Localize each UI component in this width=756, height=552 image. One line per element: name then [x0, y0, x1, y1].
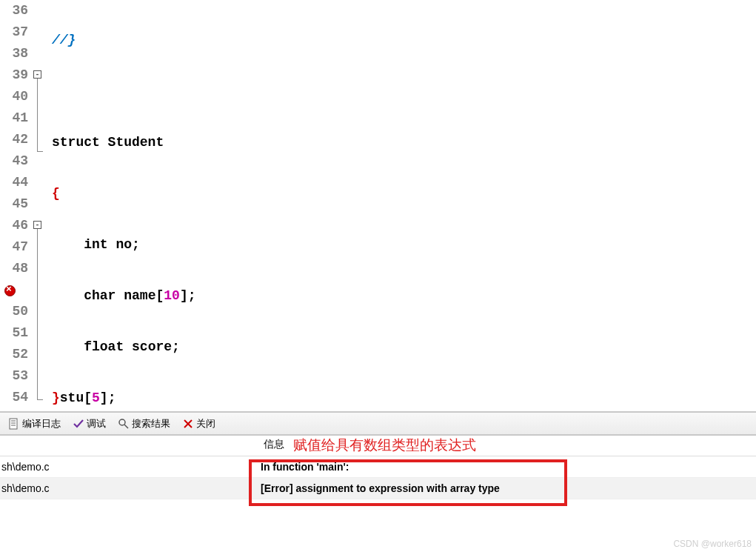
code-editor[interactable]: 36 37 38 39 40 41 42 43 44 45 46 47 48 4… — [0, 0, 756, 411]
search-results-tab[interactable]: 搜索结果 — [113, 415, 175, 433]
line-number: 47 — [0, 236, 31, 258]
line-number: 51 — [0, 322, 31, 344]
output-panel: 信息 赋值给具有数组类型的表达式 sh\demo.c In function '… — [0, 436, 756, 499]
output-file-path: sh\demo.c — [0, 461, 259, 473]
compile-log-tab[interactable]: 编译日志 — [3, 415, 66, 433]
line-number: 53 — [0, 365, 31, 387]
tab-label: 调试 — [87, 417, 106, 430]
annotation-text: 赋值给具有数组类型的表达式 — [289, 436, 481, 456]
watermark-text: CSDN @worker618 — [673, 539, 752, 549]
line-number: 45 — [0, 193, 31, 215]
bottom-tab-bar: 编译日志 调试 搜索结果 关闭 — [0, 411, 756, 436]
svg-rect-0 — [10, 419, 17, 429]
fold-column[interactable]: - - — [31, 0, 50, 411]
tab-label: 编译日志 — [22, 417, 61, 430]
line-number-gutter: 36 37 38 39 40 41 42 43 44 45 46 47 48 4… — [0, 0, 31, 411]
fold-toggle-icon[interactable]: - — [33, 70, 41, 79]
tab-label: 搜索结果 — [132, 417, 170, 430]
output-file-path: sh\demo.c — [0, 482, 259, 494]
document-icon — [8, 418, 20, 430]
output-message: [Error] assignment to expression with ar… — [259, 482, 500, 494]
svg-point-1 — [119, 419, 125, 425]
line-number: 52 — [0, 344, 31, 365]
line-number: 44 — [0, 172, 31, 193]
line-number: 41 — [0, 107, 31, 129]
compiler-output-row[interactable]: sh\demo.c [Error] assignment to expressi… — [0, 478, 756, 499]
code-content[interactable]: //} struct Student { int no; char name[1… — [50, 0, 756, 411]
line-number: 48 — [0, 258, 31, 279]
line-number: 36 — [0, 0, 31, 21]
line-number: 39 — [0, 64, 31, 86]
close-tab[interactable]: 关闭 — [177, 415, 221, 433]
check-icon — [73, 418, 84, 430]
debug-tab[interactable]: 调试 — [67, 415, 111, 433]
line-number: 37 — [0, 21, 31, 43]
line-number: 43 — [0, 150, 31, 172]
output-panel-header: 信息 赋值给具有数组类型的表达式 — [0, 436, 756, 456]
line-number: 38 — [0, 43, 31, 64]
search-icon — [118, 418, 130, 430]
line-number: 40 — [0, 86, 31, 107]
error-gutter-icon: 49 — [0, 279, 31, 301]
fold-toggle-icon[interactable]: - — [33, 221, 41, 229]
line-number: 42 — [0, 129, 31, 150]
line-number: 50 — [0, 301, 31, 322]
info-column-header: 信息 — [259, 436, 289, 456]
line-number: 54 — [0, 387, 31, 408]
close-icon — [182, 418, 194, 430]
output-message: In function 'main': — [259, 461, 349, 473]
line-number: 46 — [0, 215, 31, 236]
compiler-output-row[interactable]: sh\demo.c In function 'main': — [0, 456, 756, 478]
tab-label: 关闭 — [196, 417, 215, 430]
